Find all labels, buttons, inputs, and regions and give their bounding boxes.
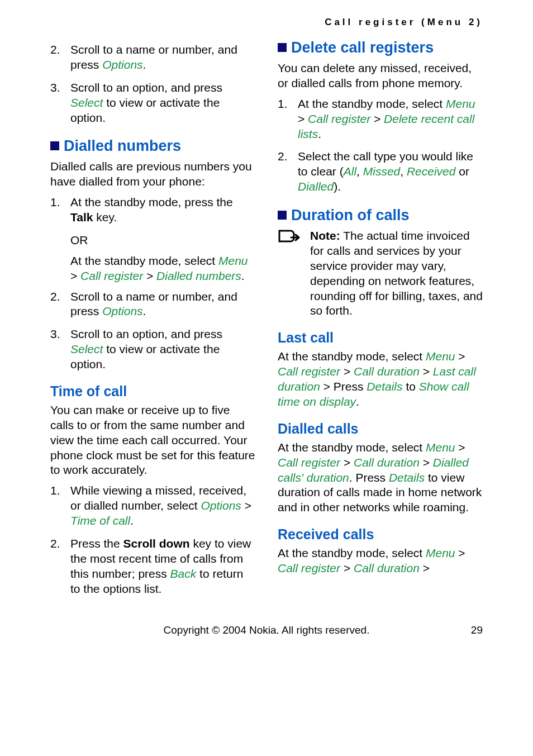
text: . (318, 127, 321, 140)
list-item: 2. Scroll to a name or number, and press… (50, 289, 255, 320)
menu-option: Call duration (354, 456, 420, 469)
list-item: 2. Select the call type you would like t… (278, 149, 483, 194)
menu-option: Call register (278, 365, 340, 378)
step-number: 2. (50, 42, 60, 58)
text: > (455, 441, 465, 454)
menu-option: Menu (218, 254, 248, 267)
key-name: Scroll down (123, 537, 190, 550)
menu-option: Select (70, 343, 103, 355)
menu-option: Received (407, 165, 456, 178)
text: > (340, 562, 354, 574)
bullet-square-icon (50, 141, 59, 150)
step-number: 2. (50, 289, 60, 305)
menu-option: Menu (426, 546, 455, 559)
text: > (420, 456, 433, 469)
text: or (455, 165, 469, 178)
right-column: Delete call registers You can delete any… (278, 39, 483, 604)
text: . (143, 58, 146, 71)
note-block: Note: The actual time invoiced for calls… (278, 229, 483, 318)
text: , (356, 165, 363, 178)
step-number: 1. (50, 483, 60, 498)
text: Press the (70, 537, 123, 550)
menu-option: Call register (278, 562, 340, 574)
text: . Press (349, 471, 389, 484)
menu-option: Menu (426, 441, 455, 454)
section-heading-duration-of-calls: Duration of calls (278, 207, 483, 224)
menu-option: Options (102, 58, 142, 71)
paragraph: At the standby mode, select Menu > Call … (278, 349, 483, 410)
note-label: Note: (310, 229, 340, 242)
text: ). (334, 180, 341, 193)
heading-text: Delete call registers (291, 39, 434, 56)
paragraph: At the standby mode, select Menu > Call … (278, 440, 483, 515)
bullet-square-icon (278, 43, 287, 52)
menu-option: Options (102, 305, 142, 317)
step-number: 2. (278, 149, 288, 164)
copyright: Copyright © 2004 Nokia. All rights reser… (164, 624, 370, 636)
step-number: 1. (278, 97, 288, 112)
running-header: Call register (Menu 2) (50, 17, 483, 28)
subheading-last-call: Last call (278, 330, 483, 346)
menu-option: Call duration (354, 365, 420, 378)
menu-option: Call duration (354, 562, 420, 574)
subheading-time-of-call: Time of call (50, 383, 255, 400)
text: > (370, 112, 384, 125)
text: . (241, 269, 245, 282)
alt-instruction: At the standby mode, select Menu > Call … (70, 254, 255, 284)
step-number: 3. (50, 80, 60, 96)
text: At the standby mode, select (278, 350, 426, 363)
text: The actual time invoiced for calls and s… (310, 229, 483, 317)
text: Scroll to an option, and press (70, 81, 222, 94)
list-item: 1. While viewing a missed, received, or … (50, 483, 255, 529)
menu-option: Menu (446, 97, 475, 110)
step-number: 2. (50, 536, 60, 551)
text: Scroll to an option, and press (70, 327, 222, 340)
menu-option: Call register (278, 456, 340, 469)
list-item: 3. Scroll to an option, and press Select… (50, 327, 255, 372)
text: > (298, 112, 308, 125)
menu-option: Menu (426, 350, 455, 363)
menu-option: Details (389, 471, 425, 484)
list-item: 2. Press the Scroll down key to view the… (50, 536, 255, 597)
text: At the standby mode, select (298, 97, 446, 110)
note-text: Note: The actual time invoiced for calls… (310, 229, 483, 318)
paragraph: You can delete any missed, received, or … (278, 61, 483, 91)
menu-option: Dialled (298, 180, 334, 193)
text: . (143, 305, 146, 317)
section-heading-dialled-numbers: Dialled numbers (50, 137, 255, 155)
text: . (130, 514, 134, 527)
heading-text: Dialled numbers (64, 137, 181, 154)
text: . (356, 395, 359, 408)
menu-option: Details (367, 380, 402, 393)
text: key. (93, 211, 117, 224)
menu-option: Missed (363, 165, 401, 178)
subheading-received-calls: Received calls (278, 526, 483, 543)
menu-option: Dialled numbers (156, 269, 241, 282)
text: > (420, 365, 433, 378)
subheading-dialled-calls: Dialled calls (278, 421, 483, 437)
note-icon (278, 229, 302, 318)
paragraph: Dialled calls are previous numbers you h… (50, 159, 255, 189)
text: > (340, 365, 354, 378)
text: At the standby mode, select (278, 441, 426, 454)
page-number: 29 (471, 624, 483, 636)
menu-option: Time of call (70, 514, 130, 527)
paragraph: You can make or receive up to five calls… (50, 403, 255, 478)
left-column: 2. Scroll to a name or number, and press… (50, 39, 255, 604)
text: At the standby mode, select (70, 254, 218, 267)
menu-option: Options (201, 499, 241, 512)
text: > (241, 499, 251, 512)
section-heading-delete-call-registers: Delete call registers (278, 39, 483, 56)
step-number: 3. (50, 327, 60, 342)
menu-option: Call register (308, 112, 370, 125)
paragraph: At the standby mode, select Menu > Call … (278, 546, 483, 576)
or-label: OR (70, 233, 255, 248)
text: > (70, 269, 80, 282)
menu-option: Select (70, 96, 103, 109)
menu-option: Back (170, 567, 197, 580)
text: , (400, 165, 407, 178)
text: Scroll to a name or number, and press (70, 290, 237, 318)
text: > Press (320, 380, 367, 393)
list-item: 1. At the standby mode, select Menu > Ca… (278, 97, 483, 142)
text: > (340, 456, 354, 469)
